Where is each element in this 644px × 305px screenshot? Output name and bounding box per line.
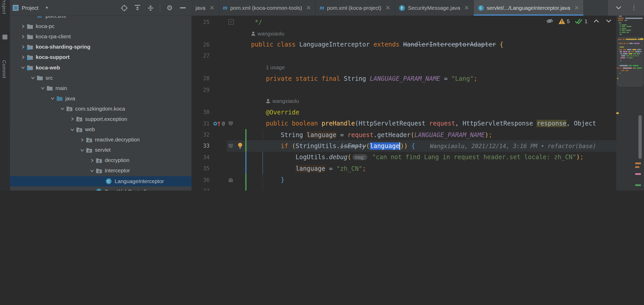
settings-gear-icon[interactable]: ⚙ [166, 4, 173, 12]
chevron-right-icon[interactable] [19, 45, 26, 49]
chevron-right-icon[interactable] [79, 138, 86, 142]
tree-item-interceptor[interactable]: interceptor [10, 166, 191, 176]
vcs-change-marker[interactable] [245, 140, 247, 152]
tree-item-java[interactable]: java [10, 93, 191, 104]
close-icon[interactable]: ✕ [306, 5, 311, 11]
expand-all-icon[interactable] [134, 4, 141, 12]
error-stripe-mark[interactable] [635, 163, 641, 164]
vcs-change-marker[interactable] [245, 129, 247, 140]
error-stripe-mark[interactable] [635, 173, 641, 175]
inlay-row[interactable]: wangxiaolu [192, 95, 644, 107]
editor-tab-servlet-languageinterceptor-java[interactable]: Cservlet/.../LanguageInterceptor.java✕ [473, 0, 583, 16]
code-line-30[interactable]: 30 @Override [192, 107, 644, 118]
chevron-down-icon[interactable] [19, 65, 26, 69]
fold-marker-icon[interactable]: − [229, 144, 233, 148]
tree-item-reactive-decryption[interactable]: reactive.decryption [10, 134, 191, 145]
editor-tab-pom-xml-koca-project-[interactable]: mpom.xml (koca-project)✕ [316, 0, 395, 16]
tree-item-koca-pc[interactable]: koca-pc [10, 21, 191, 31]
intention-bulb-icon[interactable] [238, 142, 243, 149]
close-icon[interactable]: ✕ [385, 5, 390, 11]
tree-item-src[interactable]: src [10, 73, 191, 83]
stripe-button-project[interactable]: Project [1, 0, 7, 14]
chevron-down-icon[interactable] [69, 127, 75, 131]
close-icon[interactable]: ✕ [210, 5, 214, 11]
toolwindow-icon[interactable] [3, 34, 7, 39]
code-line-34[interactable]: 34 LogUtils.debug(msg: "can not find Lan… [192, 152, 644, 163]
tree-item-koca-sharding-spring[interactable]: koca-sharding-spring [10, 42, 191, 52]
tree-item-com-szkingdom-koca[interactable]: com.szkingdom.koca [10, 104, 191, 114]
tree-item-languageinterceptor[interactable]: CLanguageInterceptor [10, 176, 191, 186]
tree-item-servlet[interactable]: servlet [10, 145, 191, 155]
vcs-change-marker[interactable] [245, 163, 247, 174]
annotation-at-icon[interactable]: @ [222, 121, 225, 126]
code-line-35[interactable]: 35 language = "zh_CN"; [192, 163, 644, 174]
tree-item-support-exception[interactable]: support.exception [10, 114, 191, 124]
error-stripe-mark[interactable] [616, 112, 619, 114]
code-line-37[interactable]: 37 [192, 185, 644, 191]
vcs-change-marker[interactable] [245, 174, 247, 186]
overriding-method-icon[interactable] [213, 121, 221, 126]
tree-item-main[interactable]: main [10, 83, 191, 93]
fold-marker-icon[interactable]: − [229, 20, 234, 25]
fold-gutter[interactable]: − [229, 178, 235, 182]
inlay-row[interactable]: 1 usage [192, 61, 644, 73]
code-line-36[interactable]: 36− } [192, 174, 644, 186]
code-line-29[interactable]: 29 [192, 84, 644, 95]
editor-tab-pom-xml-koca-common-tools-[interactable]: mpom.xml (koca-common-tools)✕ [219, 0, 316, 16]
chevron-right-icon[interactable] [19, 24, 26, 28]
highlighting-off-icon[interactable] [546, 17, 553, 25]
error-stripe-mark[interactable] [640, 38, 643, 40]
fold-marker-icon[interactable]: − [229, 178, 233, 182]
inlay-row[interactable]: wangxiaolu [192, 28, 644, 39]
chevron-down-icon[interactable] [615, 4, 622, 12]
chevron-down-icon[interactable] [39, 86, 46, 90]
locate-target-icon[interactable] [120, 4, 128, 12]
chevron-down-icon[interactable] [88, 169, 95, 173]
code-line-28[interactable]: 28 private static final String LANGUAGE_… [192, 73, 644, 84]
editor-minimap-stripe[interactable] [616, 16, 644, 191]
chevron-right-icon[interactable] [69, 117, 75, 121]
tree-item-web[interactable]: web [10, 124, 191, 134]
editor-tab-java[interactable]: java✕ [192, 0, 219, 16]
fold-gutter[interactable]: − [229, 144, 235, 148]
vcs-change-marker[interactable] [245, 185, 247, 191]
code-line-33[interactable]: 33− if (StringUtils.isEmpty(language)) {… [192, 140, 644, 152]
code-line-31[interactable]: 31@− public boolean preHandle(HttpServle… [192, 118, 644, 129]
vcs-change-marker[interactable] [245, 152, 247, 163]
chevron-down-icon[interactable] [49, 96, 56, 101]
hide-minus-icon[interactable] [179, 4, 187, 12]
code-author-inlay[interactable]: wangxiaolu [272, 98, 299, 104]
previous-problem-icon[interactable] [592, 17, 600, 25]
chevron-down-icon[interactable] [59, 107, 66, 111]
stripe-button-commit[interactable]: Commit [1, 60, 7, 78]
close-icon[interactable]: ✕ [464, 5, 469, 11]
project-view-selector[interactable]: Project ▼ [12, 5, 49, 11]
chevron-right-icon[interactable] [88, 158, 95, 163]
chevron-right-icon[interactable] [19, 55, 26, 59]
tree-item-koca-support[interactable]: koca-support [10, 52, 191, 62]
chevron-down-icon[interactable] [79, 148, 86, 152]
code-editor[interactable]: 25− */wangxiaolu26public class LanguageI… [192, 16, 644, 191]
code-line-27[interactable]: 27 [192, 50, 644, 61]
fold-gutter[interactable]: − [229, 121, 235, 126]
kebab-menu-icon[interactable]: ⋮ [630, 4, 638, 12]
fold-marker-icon[interactable]: − [229, 121, 233, 126]
usages-inlay[interactable]: 1 usage [266, 64, 285, 70]
fold-gutter[interactable]: − [229, 20, 235, 25]
scrollbar-thumb[interactable] [638, 115, 642, 159]
tree-item-basewebcontroller[interactable]: CBaseWebController [10, 186, 191, 191]
editor-tab-securitymessage-java[interactable]: ESecurityMessage.java✕ [395, 0, 473, 16]
tree-item-koca-rpa-client[interactable]: koca-rpa-client [10, 31, 191, 42]
gutter-icons[interactable]: @ [210, 121, 228, 126]
error-stripe-mark[interactable] [635, 166, 639, 168]
tree-item-decryption[interactable]: decryption [10, 155, 191, 166]
inspections-widget[interactable]: 5 1 [546, 17, 612, 25]
code-author-inlay[interactable]: wangxiaolu [258, 30, 284, 37]
chevron-right-icon[interactable] [19, 34, 26, 39]
collapse-all-icon[interactable] [147, 4, 154, 12]
code-line-32[interactable]: 32 String language = request.getHeader(L… [192, 129, 644, 140]
tree-item-koca-web[interactable]: koca-web [10, 62, 191, 73]
close-icon[interactable]: ✕ [574, 5, 579, 11]
next-problem-icon[interactable] [605, 17, 612, 25]
chevron-down-icon[interactable] [29, 76, 36, 80]
